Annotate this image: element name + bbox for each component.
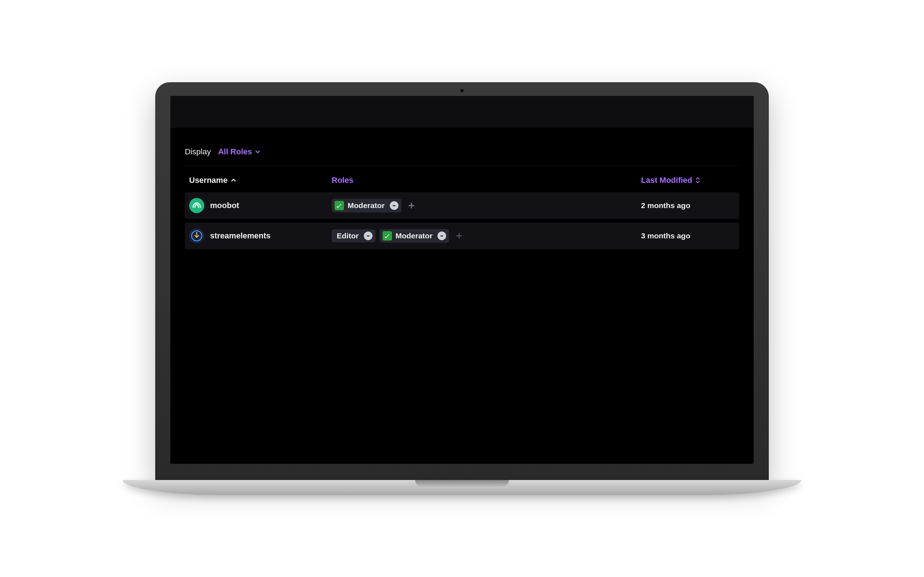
roles-cell: Editor (332, 229, 641, 243)
add-role-button[interactable] (406, 200, 417, 211)
top-navbar (170, 96, 754, 128)
last-modified-cell: 2 months ago (641, 201, 735, 210)
chevron-down-icon (255, 149, 261, 155)
moderator-sword-icon (383, 231, 392, 240)
remove-role-button[interactable] (390, 201, 399, 210)
column-modified-label: Last Modified (641, 176, 692, 185)
table-row: streamelements Editor (185, 222, 739, 249)
laptop-camera (460, 89, 464, 92)
table-header-row: Username Roles Last Modified (185, 166, 739, 192)
role-chip-moderator: Moderator (380, 229, 449, 243)
roles-filter-label: All Roles (218, 147, 252, 156)
column-roles-label: Roles (332, 176, 353, 185)
laptop-mockup-frame: Display All Roles (155, 82, 769, 495)
column-username-label: Username (189, 176, 228, 185)
moderator-sword-icon (334, 201, 344, 210)
username-text: moobot (210, 201, 239, 210)
sort-up-icon (231, 178, 236, 183)
svg-rect-3 (440, 235, 443, 236)
svg-rect-2 (367, 235, 370, 236)
sort-both-icon (695, 177, 700, 184)
app-root: Display All Roles (170, 96, 754, 464)
filter-bar: Display All Roles (185, 139, 739, 166)
last-modified-cell: 3 months ago (641, 232, 735, 240)
main-content: Display All Roles (170, 128, 754, 264)
column-header-roles: Roles (332, 176, 641, 185)
avatar (189, 198, 204, 213)
laptop-base (123, 480, 801, 495)
username-text: streamelements (210, 231, 271, 240)
display-label: Display (185, 147, 211, 156)
remove-role-button[interactable] (364, 232, 373, 240)
roles-filter-dropdown[interactable]: All Roles (218, 147, 261, 156)
user-cell[interactable]: streamelements (189, 228, 332, 243)
user-cell[interactable]: moobot (189, 198, 332, 213)
roles-cell: Moderator (332, 199, 641, 213)
svg-rect-0 (393, 205, 396, 206)
avatar (189, 228, 204, 243)
role-label: Moderator (396, 232, 433, 240)
column-header-username[interactable]: Username (189, 176, 332, 185)
role-label: Editor (337, 232, 359, 240)
laptop-bezel: Display All Roles (155, 82, 769, 480)
remove-role-button[interactable] (438, 232, 446, 240)
role-chip-moderator: Moderator (332, 199, 401, 213)
laptop-trackpad-notch (415, 480, 509, 487)
role-chip-editor: Editor (332, 229, 375, 242)
table-row: moobot Moderator (185, 192, 739, 219)
add-role-button[interactable] (453, 230, 465, 242)
column-header-last-modified[interactable]: Last Modified (641, 176, 735, 185)
role-label: Moderator (347, 201, 385, 210)
laptop-screen: Display All Roles (170, 96, 754, 464)
